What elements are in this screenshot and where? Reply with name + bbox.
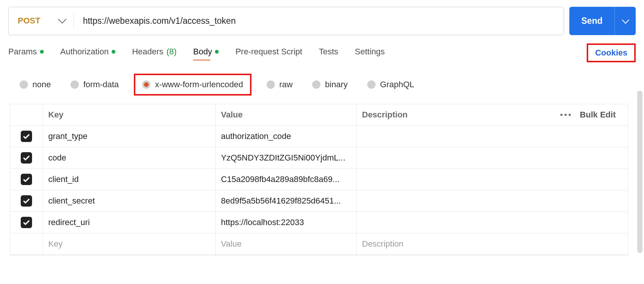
param-key[interactable]: client_id bbox=[43, 169, 215, 190]
table-placeholder-row[interactable]: Key Value Description bbox=[10, 233, 628, 255]
cookies-label: Cookies bbox=[595, 48, 627, 57]
tab-label: Headers bbox=[132, 47, 163, 57]
radio-icon bbox=[267, 80, 275, 89]
http-method-label: POST bbox=[18, 16, 40, 26]
tab-label: Settings bbox=[355, 47, 385, 57]
radio-label: form-data bbox=[83, 80, 119, 90]
indicator-dot-icon bbox=[215, 50, 219, 54]
param-value[interactable]: https://localhost:22033 bbox=[215, 212, 356, 233]
param-value[interactable]: YzQ5NDY3ZDItZGI5Ni00YjdmL... bbox=[215, 147, 356, 168]
col-description: Description bbox=[362, 110, 408, 120]
body-type-radios: none form-data x-www-form-urlencoded raw… bbox=[8, 74, 636, 96]
param-value[interactable]: authorization_code bbox=[215, 126, 356, 147]
param-description[interactable] bbox=[356, 190, 628, 211]
tab-params[interactable]: Params bbox=[8, 47, 44, 59]
method-url-bar: POST bbox=[8, 7, 564, 35]
tab-settings[interactable]: Settings bbox=[355, 47, 385, 59]
radio-label: GraphQL bbox=[380, 80, 414, 90]
placeholder-description[interactable]: Description bbox=[356, 233, 628, 255]
param-key[interactable]: redirect_uri bbox=[43, 212, 215, 233]
indicator-dot-icon bbox=[112, 50, 115, 54]
scrollbar[interactable] bbox=[637, 91, 642, 253]
row-checkbox[interactable] bbox=[21, 217, 32, 228]
table-row: client_id C15a2098fb4a289a89bfc8a69... bbox=[10, 169, 628, 190]
tab-tests[interactable]: Tests bbox=[319, 47, 338, 59]
more-options-icon[interactable] bbox=[560, 114, 571, 116]
row-checkbox[interactable] bbox=[21, 195, 32, 207]
radio-icon bbox=[312, 80, 320, 89]
placeholder-key[interactable]: Key bbox=[43, 233, 215, 255]
radio-graphql[interactable]: GraphQL bbox=[363, 77, 419, 93]
param-description[interactable] bbox=[356, 169, 628, 190]
send-dropdown[interactable] bbox=[615, 7, 636, 35]
tab-body[interactable]: Body bbox=[193, 47, 219, 59]
radio-raw[interactable]: raw bbox=[262, 77, 297, 93]
col-key: Key bbox=[43, 104, 215, 125]
tab-label: Tests bbox=[319, 47, 338, 57]
radio-icon bbox=[20, 80, 28, 89]
radio-label: binary bbox=[325, 80, 348, 90]
tab-label: Pre-request Script bbox=[235, 47, 302, 57]
table-row: code YzQ5NDY3ZDItZGI5Ni00YjdmL... bbox=[10, 147, 628, 169]
radio-none[interactable]: none bbox=[15, 77, 55, 93]
placeholder-value[interactable]: Value bbox=[215, 233, 356, 255]
radio-icon bbox=[367, 80, 376, 89]
param-key[interactable]: code bbox=[43, 147, 215, 168]
tab-label: Params bbox=[8, 47, 37, 57]
bulk-edit-link[interactable]: Bulk Edit bbox=[580, 110, 616, 120]
request-tabs: Params Authorization Headers (8) Body Pr… bbox=[8, 43, 636, 62]
chevron-down-icon bbox=[58, 15, 67, 24]
tab-authorization[interactable]: Authorization bbox=[60, 47, 115, 59]
tab-headers[interactable]: Headers (8) bbox=[132, 47, 176, 59]
radio-icon bbox=[142, 80, 150, 89]
radio-label: raw bbox=[279, 80, 293, 90]
row-checkbox[interactable] bbox=[21, 152, 32, 164]
table-row: redirect_uri https://localhost:22033 bbox=[10, 212, 628, 233]
radio-binary[interactable]: binary bbox=[308, 77, 352, 93]
chevron-down-icon bbox=[622, 16, 629, 24]
send-button[interactable]: Send bbox=[569, 7, 615, 35]
tab-label: Body bbox=[193, 47, 212, 57]
tab-label: Authorization bbox=[60, 47, 109, 57]
row-checkbox[interactable] bbox=[21, 174, 32, 185]
param-value[interactable]: C15a2098fb4a289a89bfc8a69... bbox=[215, 169, 356, 190]
radio-urlencoded[interactable]: x-www-form-urlencoded bbox=[134, 74, 251, 96]
table-row: client_secret 8ed9f5a5b56f41629f825d6451… bbox=[10, 190, 628, 212]
http-method-selector[interactable]: POST bbox=[9, 13, 74, 29]
radio-form-data[interactable]: form-data bbox=[66, 77, 123, 93]
indicator-dot-icon bbox=[40, 50, 44, 54]
table-row: grant_type authorization_code bbox=[10, 126, 628, 147]
param-description[interactable] bbox=[356, 212, 628, 233]
radio-label: none bbox=[32, 80, 51, 90]
cookies-link[interactable]: Cookies bbox=[587, 43, 636, 62]
param-description[interactable] bbox=[356, 147, 628, 168]
radio-label: x-www-form-urlencoded bbox=[155, 80, 243, 90]
radio-icon bbox=[71, 80, 79, 89]
param-description[interactable] bbox=[356, 126, 628, 147]
headers-count: (8) bbox=[166, 47, 176, 57]
table-header-row: Key Value Description Bulk Edit bbox=[10, 104, 628, 126]
col-value: Value bbox=[215, 104, 356, 125]
tab-prerequest[interactable]: Pre-request Script bbox=[235, 47, 302, 59]
param-key[interactable]: grant_type bbox=[43, 126, 215, 147]
param-value[interactable]: 8ed9f5a5b56f41629f825d6451... bbox=[215, 190, 356, 211]
request-url-input[interactable] bbox=[74, 16, 564, 26]
form-params-table: Key Value Description Bulk Edit grant_ty… bbox=[10, 104, 628, 255]
param-key[interactable]: client_secret bbox=[43, 190, 215, 211]
row-checkbox[interactable] bbox=[21, 131, 32, 142]
